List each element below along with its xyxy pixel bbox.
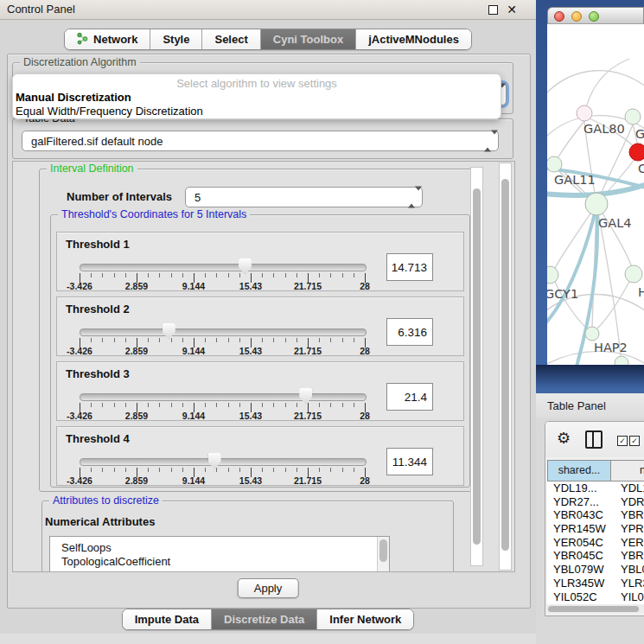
window-shadow bbox=[536, 365, 644, 393]
threshold-4-slider[interactable] bbox=[80, 458, 367, 466]
tab-impute-data[interactable]: Impute Data bbox=[123, 609, 211, 629]
table-horizontal-scrollbar-thumb[interactable] bbox=[548, 606, 639, 612]
column-header-name[interactable]: na bbox=[611, 460, 644, 481]
outer-scrollbar-thumb[interactable] bbox=[501, 179, 509, 551]
threshold-2-slider[interactable] bbox=[80, 328, 367, 336]
network-window-titlebar[interactable] bbox=[547, 7, 644, 24]
outer-scrollbar[interactable] bbox=[499, 163, 512, 571]
threshold-3-label: Threshold 3 bbox=[66, 367, 130, 380]
settings-scroll-area: Interval Definition Number of Intervals … bbox=[12, 161, 515, 572]
bottom-tabbar: Impute Data Discretize Data Infer Networ… bbox=[0, 609, 536, 630]
threshold-1-label: Threshold 1 bbox=[66, 238, 130, 251]
tab-style[interactable]: Style bbox=[150, 29, 201, 49]
columns-icon[interactable] bbox=[585, 430, 603, 449]
threshold-3-slider[interactable] bbox=[80, 393, 367, 401]
table-row[interactable]: YBR045CYBR04 bbox=[547, 549, 644, 563]
slider-tick-labels: -3.426 2.859 9.144 15.43 21.715 28 bbox=[80, 277, 365, 289]
tab-infer-network[interactable]: Infer Network bbox=[316, 609, 413, 629]
threshold-4-label: Threshold 4 bbox=[66, 432, 130, 445]
tab-select[interactable]: Select bbox=[201, 29, 259, 49]
slider-tick-labels: -3.426 2.859 9.144 15.43 21.715 28 bbox=[80, 472, 365, 483]
table-row[interactable]: YPR145WYPR14 bbox=[547, 522, 644, 536]
app-root: Control Panel ✕ Network Style Select bbox=[0, 0, 644, 644]
network-view[interactable]: GAL80 GA C GAL11 GAL4 GCY1 H HAP2 bbox=[547, 24, 644, 365]
table-header-row: shared... na bbox=[547, 460, 644, 481]
table-row[interactable]: YBR043CYBR04 bbox=[547, 508, 644, 522]
threshold-1-slider[interactable] bbox=[80, 264, 367, 271]
control-panel-titlebar: Control Panel ✕ bbox=[0, 0, 536, 20]
table-row[interactable]: YDR27...YDR27 bbox=[547, 495, 644, 509]
float-window-icon[interactable] bbox=[488, 5, 498, 15]
tab-network[interactable]: Network bbox=[65, 29, 150, 49]
node-label-gal11: GAL11 bbox=[554, 173, 596, 187]
tab-network-label: Network bbox=[93, 33, 137, 46]
table-row[interactable]: YER054CYER05 bbox=[547, 536, 644, 550]
table-rows: YDL19...YDL19 YDR27...YDR27 YBR043CYBR04… bbox=[547, 481, 644, 604]
node-label-hap2: HAP2 bbox=[594, 341, 628, 354]
combo-spinner-icon bbox=[484, 135, 492, 148]
tab-jactivemnodules[interactable]: jActiveMNodules bbox=[355, 29, 471, 49]
network-icon bbox=[77, 32, 88, 48]
table-horizontal-scrollbar[interactable] bbox=[546, 604, 644, 613]
table-row[interactable]: YIL052CYIL05 bbox=[547, 590, 644, 604]
table-row[interactable]: YDL19...YDL19 bbox=[547, 481, 644, 495]
threshold-2-value-field[interactable]: 6.316 bbox=[386, 318, 433, 346]
node-label-partial-h: H bbox=[638, 285, 644, 299]
minimize-traffic-light[interactable] bbox=[571, 11, 582, 22]
checkbox-icon[interactable]: ✓ bbox=[629, 436, 640, 446]
list-item[interactable]: SelfLoops bbox=[50, 541, 389, 555]
bottom-strip bbox=[0, 634, 536, 644]
checkbox-icon[interactable]: ✓ bbox=[617, 436, 628, 446]
close-traffic-light[interactable] bbox=[554, 11, 564, 22]
inner-scrollbar-thumb[interactable] bbox=[473, 188, 481, 545]
numerical-attributes-heading: Numerical Attributes bbox=[45, 515, 155, 528]
inner-scrollbar[interactable] bbox=[470, 167, 483, 566]
dropdown-placeholder: Select algorithm to view settings bbox=[13, 77, 501, 90]
tab-discretize-data[interactable]: Discretize Data bbox=[211, 609, 316, 629]
threshold-1-box: Threshold 1 -3.426 2.859 9.144 15.43 21.… bbox=[56, 232, 464, 291]
list-scrollbar-thumb[interactable] bbox=[379, 539, 387, 562]
combo-spinner-icon bbox=[408, 191, 416, 204]
list-item[interactable]: TopologicalCoefficient bbox=[50, 555, 389, 569]
threshold-1-value-field[interactable]: 14.713 bbox=[386, 253, 433, 281]
thresholds-group-title: Threshold's Coordinates for 5 Intervals bbox=[58, 208, 250, 220]
node-gal11[interactable] bbox=[547, 156, 562, 172]
slider-tick-labels: -3.426 2.859 9.144 15.43 21.715 28 bbox=[80, 407, 365, 418]
threshold-3-value-field[interactable]: 21.4 bbox=[386, 383, 433, 411]
table-data-combobox[interactable]: galFiltered.sif default node bbox=[22, 131, 499, 151]
node-bottom-cut[interactable] bbox=[615, 356, 628, 365]
table-toolbar: ⚙ ✓ ✓ bbox=[545, 422, 644, 457]
threshold-4-value-field[interactable]: 11.344 bbox=[386, 448, 433, 475]
node-partial-low-right[interactable] bbox=[625, 265, 642, 283]
node-gcy1[interactable] bbox=[547, 266, 558, 284]
number-of-intervals-combobox[interactable]: 5 bbox=[185, 187, 423, 207]
zoom-traffic-light[interactable] bbox=[589, 11, 599, 22]
gear-icon[interactable]: ⚙ bbox=[557, 430, 571, 447]
threshold-2-label: Threshold 2 bbox=[66, 303, 130, 316]
threshold-2-box: Threshold 2 -3.426 2.859 9.144 15.43 21.… bbox=[56, 296, 464, 356]
discretization-algorithm-group-title: Discretization Algorithm bbox=[20, 56, 140, 68]
node-gal4[interactable] bbox=[585, 193, 608, 215]
table-row[interactable]: YBL079WYBL07 bbox=[547, 563, 644, 577]
node-selected-red[interactable] bbox=[629, 143, 644, 161]
apply-button[interactable]: Apply bbox=[238, 578, 299, 598]
attributes-group-title: Attributes to discretize bbox=[49, 494, 163, 507]
numerical-attributes-list: SelfLoops TopologicalCoefficient Between… bbox=[49, 536, 390, 572]
dropdown-option-equal-width[interactable]: Equal Width/Frequency Discretization bbox=[16, 105, 203, 118]
panel-title: Control Panel bbox=[7, 0, 75, 19]
node-gal80[interactable] bbox=[577, 105, 592, 121]
list-scrollbar[interactable] bbox=[377, 537, 389, 572]
tab-cyni-toolbox[interactable]: Cyni Toolbox bbox=[260, 29, 355, 49]
algorithm-dropdown-popup: Select algorithm to view settings Manual… bbox=[12, 73, 501, 119]
node-label-partial-c: C bbox=[638, 162, 644, 175]
column-header-shared-name[interactable]: shared... bbox=[547, 460, 611, 481]
thresholds-group: Threshold's Coordinates for 5 Intervals … bbox=[50, 214, 470, 488]
table-row[interactable]: YLR345WYLR34 bbox=[547, 577, 644, 590]
node-hap2[interactable] bbox=[585, 327, 599, 341]
list-item[interactable]: BetweennessCentrality bbox=[50, 569, 389, 572]
node-table-card: ⚙ ✓ ✓ shared... na YDL19...YDL19 YDR27..… bbox=[545, 421, 644, 616]
dropdown-option-manual[interactable]: Manual Discretization bbox=[16, 91, 131, 104]
close-icon[interactable]: ✕ bbox=[507, 0, 517, 19]
number-of-intervals-label: Number of Intervals bbox=[67, 187, 172, 207]
node-partial-top-right[interactable] bbox=[625, 109, 641, 124]
